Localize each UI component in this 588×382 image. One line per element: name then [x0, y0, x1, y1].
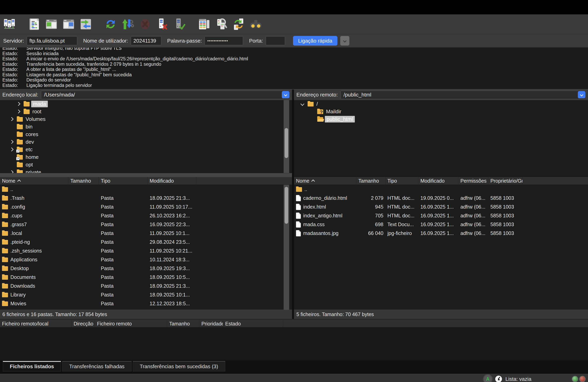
file-row[interactable]: DownloadsPasta18.09.2025 21:3...	[0, 282, 292, 290]
directory-comparison-icon[interactable]	[215, 18, 228, 31]
toggle-message-log-icon[interactable]	[28, 18, 41, 31]
file-row[interactable]: MoviesPasta12.12.2023 18:5...	[0, 299, 292, 308]
file-row[interactable]: .pteid-ngPasta29.08.2024 23:5...	[0, 238, 292, 246]
chevron-right-icon[interactable]	[15, 102, 22, 105]
file-row[interactable]: madasantos.jpg66 040jpg-ficheiro16.09.20…	[294, 229, 588, 238]
local-list-vscrollbar-thumb[interactable]	[285, 187, 288, 224]
file-row[interactable]: DesktopPasta18.09.2025 19:3...	[0, 264, 292, 273]
tree-item[interactable]: opt	[0, 161, 292, 169]
synchronized-browsing-icon[interactable]	[232, 18, 245, 31]
pane-divider[interactable]	[292, 177, 294, 185]
tree-item[interactable]: private	[0, 169, 292, 173]
cell-name: .Trash	[0, 195, 68, 201]
disconnect-icon[interactable]	[156, 18, 169, 31]
toggle-remote-tree-icon[interactable]	[62, 18, 75, 31]
tree-item[interactable]: public_html	[294, 115, 588, 123]
username-input[interactable]	[131, 36, 161, 45]
tree-item[interactable]: mada	[0, 100, 292, 108]
reconnect-icon[interactable]	[173, 18, 186, 31]
column-header[interactable]: Prioridade	[199, 320, 223, 327]
tree-item[interactable]: root	[0, 108, 292, 115]
column-header[interactable]: Modificado	[419, 177, 458, 185]
file-row[interactable]: .cupsPasta26.10.2023 16:2...	[0, 211, 292, 220]
speed-limits-icon[interactable]	[495, 375, 503, 382]
local-tree-hscrollbar[interactable]	[0, 173, 292, 177]
chevron-right-icon[interactable]	[8, 140, 15, 143]
column-header[interactable]: Ficheiro remoto/local	[0, 320, 72, 327]
chevron-down-icon[interactable]	[299, 102, 306, 105]
file-row[interactable]: .localPasta11.09.2025 10:1...	[0, 229, 292, 238]
tree-item[interactable]: cores	[0, 131, 292, 138]
port-input[interactable]	[266, 36, 285, 45]
column-header[interactable]: Tamanho	[357, 177, 385, 185]
server-input[interactable]	[27, 36, 77, 45]
pane-divider[interactable]	[292, 185, 294, 310]
local-address-dropdown-button[interactable]	[282, 91, 289, 98]
local-tree-vscrollbar[interactable]	[284, 100, 289, 173]
log-entry-type: Estado:	[2, 51, 26, 56]
file-row[interactable]: .grass7Pasta16.09.2025 22:3...	[0, 220, 292, 229]
local-address-input[interactable]: /Users/mada/	[41, 91, 290, 99]
toggle-transfer-queue-icon[interactable]	[79, 18, 92, 31]
column-header[interactable]: Direcção	[72, 320, 95, 327]
tab-transfer-ncias-bem-sucedidas-3-[interactable]: Transferências bem sucedidas (3)	[133, 361, 225, 371]
tree-item[interactable]: Volumes	[0, 115, 292, 123]
chevron-right-icon[interactable]	[8, 118, 15, 120]
file-row[interactable]: index_antigo.html705HTML doc...16.09.202…	[294, 211, 588, 220]
chevron-right-icon[interactable]	[15, 110, 22, 113]
chevron-right-icon[interactable]	[8, 148, 15, 151]
tree-item[interactable]: etc	[0, 146, 292, 153]
column-header[interactable]: Permissões	[458, 177, 488, 185]
file-row[interactable]: .configPasta11.09.2025 10:17...	[0, 202, 292, 211]
column-header[interactable]: Proprietário/Gru	[488, 177, 523, 185]
file-row[interactable]	[0, 308, 292, 310]
file-row[interactable]: DocumentsPasta18.09.2025 10:5...	[0, 273, 292, 282]
directory-listing-filters-icon[interactable]	[198, 18, 211, 31]
file-row[interactable]: ApplicationsPasta10.11.2024 18:3...	[0, 255, 292, 264]
tree-item[interactable]: /	[294, 100, 588, 108]
process-queue-icon[interactable]	[121, 18, 134, 31]
file-row[interactable]: ..	[294, 185, 588, 194]
remote-address-input[interactable]: /public_html	[341, 91, 586, 99]
file-row[interactable]: caderno_diário.html2 079HTML doc...19.09…	[294, 194, 588, 202]
pane-divider[interactable]	[292, 100, 294, 177]
tree-item[interactable]: home	[0, 153, 292, 161]
column-header[interactable]: Tamanho	[68, 177, 99, 185]
file-row[interactable]: mada.css698Text Docu...16.09.2025 1...ad…	[294, 220, 588, 229]
file-row[interactable]: ..	[0, 185, 292, 194]
quickconnect-dropdown-button[interactable]	[340, 36, 349, 46]
pane-divider	[292, 310, 294, 319]
file-row[interactable]: .TrashPasta18.09.2025 21:3...	[0, 194, 292, 202]
local-tree-vscrollbar-thumb[interactable]	[285, 128, 288, 158]
tree-item[interactable]: bin	[0, 123, 292, 131]
site-manager-icon[interactable]	[3, 18, 16, 31]
file-row[interactable]: index.html945HTML doc...16.09.2025 1...a…	[294, 202, 588, 211]
quickconnect-button[interactable]: Ligação rápida	[293, 36, 337, 46]
column-header[interactable]: Modificado	[147, 177, 196, 185]
pane-divider[interactable]	[292, 90, 294, 100]
file-row[interactable]: .zsh_sessionsPasta11.09.2025 10:21...	[0, 246, 292, 255]
cell-owner: 5858 1003	[488, 230, 523, 236]
cell-modified: 18.09.2025 19:3...	[147, 266, 196, 271]
column-header[interactable]: Nome	[0, 177, 68, 185]
tree-item[interactable]: Maildir	[294, 108, 588, 115]
refresh-icon[interactable]	[104, 18, 117, 31]
column-header[interactable]: Tipo	[99, 177, 147, 185]
tab-transfer-ncias-falhadas[interactable]: Transferências falhadas	[62, 361, 132, 371]
column-header[interactable]: Nome	[294, 177, 357, 185]
column-header[interactable]: Tipo	[385, 177, 419, 185]
column-header[interactable]: Ficheiro remoto	[95, 320, 167, 327]
find-files-icon[interactable]	[249, 18, 262, 31]
file-row[interactable]: LibraryPasta18.09.2025 10:1...	[0, 290, 292, 299]
chevron-right-icon[interactable]	[8, 171, 15, 173]
transfer-mode-gear-icon[interactable]: A	[484, 375, 492, 382]
tab-ficheiros-listados[interactable]: Ficheiros listados	[3, 361, 61, 371]
toggle-local-tree-icon[interactable]	[45, 18, 58, 31]
remote-address-dropdown-button[interactable]	[578, 91, 585, 98]
local-list-vscrollbar[interactable]	[284, 185, 289, 310]
column-header[interactable]: Estado	[223, 320, 283, 327]
cancel-icon[interactable]	[138, 18, 152, 31]
tree-item[interactable]: dev	[0, 138, 292, 146]
column-header[interactable]: Tamanho	[167, 320, 199, 327]
password-input[interactable]	[205, 36, 243, 45]
